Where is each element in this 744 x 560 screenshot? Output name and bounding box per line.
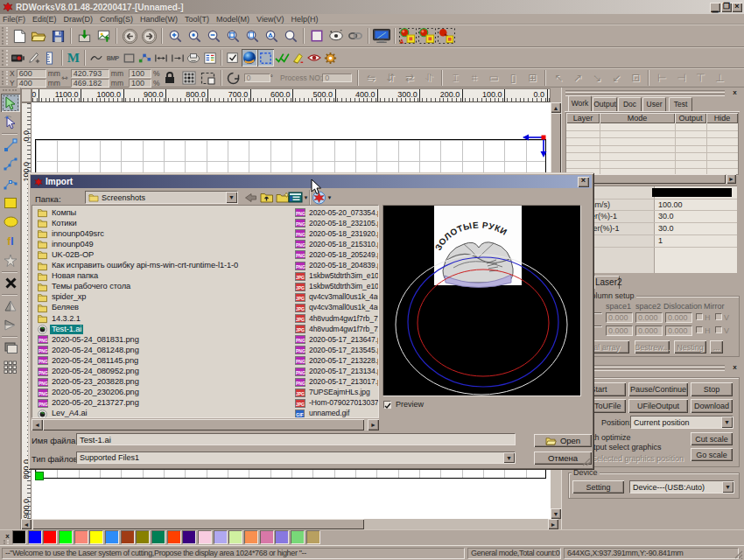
file-item[interactable]: PNG2020-05-24_081248.png	[38, 345, 141, 355]
file-item[interactable]: Lev_A4.ai	[38, 409, 88, 418]
edit-link-button[interactable]	[346, 26, 365, 46]
new-file-button[interactable]	[10, 26, 29, 46]
palette-color-12[interactable]	[182, 530, 196, 544]
pen-plus-button[interactable]	[26, 49, 43, 66]
view-dot-button[interactable]	[326, 26, 346, 46]
mirror-horizontal-button[interactable]	[1, 316, 20, 334]
close-button[interactable]: ×	[732, 3, 742, 12]
mirror-h-checkbox[interactable]	[696, 326, 703, 333]
param-value[interactable]: 30.0	[658, 212, 674, 220]
colsetup-input[interactable]: 0.000	[635, 326, 663, 336]
mirror-a-button[interactable]: ⇋	[361, 68, 381, 88]
colsetup-input[interactable]: 0.000	[606, 312, 633, 323]
text-draw-button[interactable]: fI	[1, 232, 20, 250]
width-set-button[interactable]	[153, 49, 170, 66]
menu-handle[interactable]: Handle(W)	[140, 15, 178, 24]
view-menu-button[interactable]: ▼	[291, 191, 305, 205]
mirror-c-button[interactable]: ⇄	[400, 68, 419, 88]
file-item[interactable]: JPG1skbw5tdtrth3im_e108	[295, 271, 379, 282]
file-item[interactable]: JPG7UPSEajmHLs.jpg	[295, 388, 372, 398]
menu-file[interactable]: File(F)	[3, 15, 25, 24]
ellipse-draw-button[interactable]	[1, 213, 20, 231]
file-list[interactable]: КомпыКотикиinnounp049srcinnounp049UK-02B…	[32, 205, 379, 418]
palette-color-5[interactable]	[74, 530, 88, 544]
menu-edit[interactable]: Edit(E)	[32, 15, 57, 24]
param-value[interactable]: 30.0	[658, 224, 674, 233]
preview-checkbox[interactable]	[383, 401, 391, 409]
rect-outline-button[interactable]	[121, 49, 137, 66]
tab-test[interactable]: Test	[669, 97, 692, 111]
back-arrow-button[interactable]	[243, 191, 258, 205]
mirror-b-button[interactable]: ⇵	[381, 68, 400, 88]
palette-color-13[interactable]	[198, 530, 212, 544]
colsetup-input[interactable]: 0.000	[635, 312, 663, 323]
align-bl-button[interactable]: ↙	[607, 68, 626, 88]
minimize-button[interactable]: ▁	[710, 3, 720, 12]
field[interactable]: 600	[17, 69, 46, 78]
layer-col-output[interactable]: Output	[675, 113, 706, 123]
same-height-button[interactable]: ▯	[503, 68, 523, 88]
preview-monitor-button[interactable]	[372, 26, 391, 46]
go-scale-button[interactable]: Go scale	[691, 448, 733, 461]
tab-work[interactable]: Work	[568, 95, 592, 112]
zoom-select-button[interactable]	[281, 26, 300, 46]
laser-output-button[interactable]	[186, 49, 202, 66]
array-simulate-b-button[interactable]	[418, 26, 437, 46]
filename-input[interactable]: Test-1.ai	[76, 433, 516, 445]
check-enable-button[interactable]	[225, 49, 242, 66]
mirror-vertical-button[interactable]	[1, 297, 20, 315]
align-tl-button[interactable]: ↖	[549, 68, 568, 88]
align-cc-button[interactable]: ⊡	[626, 68, 645, 88]
select-dashed-button[interactable]	[257, 49, 274, 66]
file-item[interactable]: PNG2020-05-23_203828.png	[38, 377, 141, 388]
align-tr-button[interactable]: ↗	[568, 68, 587, 88]
param-value[interactable]: 1	[658, 236, 663, 245]
file-item[interactable]: UK-02B-OP	[38, 249, 95, 260]
file-list-scrollbar[interactable]: ◄ ►	[32, 419, 379, 430]
tab-user[interactable]: User	[642, 97, 666, 111]
export-button[interactable]	[94, 26, 113, 46]
file-item[interactable]: Новая папка	[38, 271, 100, 282]
ruler-tool-button[interactable]	[42, 49, 59, 66]
palette-color-7[interactable]	[105, 530, 119, 544]
stop-button[interactable]: Stop	[691, 382, 733, 396]
file-item[interactable]: innounp049	[38, 239, 95, 249]
zoom-page-button[interactable]	[242, 26, 262, 46]
work-panel-close-icon[interactable]: x	[730, 363, 740, 373]
array-tool-button[interactable]	[1, 358, 20, 376]
zoom-in-button[interactable]	[165, 26, 185, 46]
anchor-grid-button[interactable]	[179, 68, 199, 88]
array-simulate-c-button[interactable]	[437, 26, 456, 46]
angle-field[interactable]: 0	[244, 74, 270, 82]
filetype-combo-arrow-icon[interactable]: ▼	[503, 452, 515, 463]
layer-col-layer[interactable]: Layer	[566, 113, 600, 123]
star-draw-button[interactable]	[1, 251, 20, 270]
file-item[interactable]: PNG2020-05-20_213727.png	[38, 398, 141, 409]
palette-color-2[interactable]	[28, 530, 42, 544]
open-button[interactable]: Open	[534, 434, 592, 447]
palette-color-14[interactable]	[214, 530, 228, 544]
list-scroll-thumb[interactable]	[43, 419, 364, 430]
layer-color-swatch[interactable]	[652, 188, 732, 197]
file-item[interactable]: PNG2020-05-17_213545.p	[295, 345, 379, 355]
field[interactable]: 469.182	[71, 79, 109, 88]
resize-grip-icon[interactable]	[734, 550, 743, 559]
menu-help[interactable]: Help(H)	[291, 15, 318, 24]
polyline-tool-button[interactable]	[1, 155, 20, 173]
rotate-button[interactable]	[225, 68, 244, 88]
menu-view[interactable]: View(V)	[256, 15, 284, 24]
ufileoutput-button[interactable]: UFileOutput	[628, 399, 688, 413]
file-item[interactable]: PNG2020-05-18_232105.p	[295, 218, 379, 228]
array-simulate-a-button[interactable]: A	[398, 26, 418, 46]
palette-color-17[interactable]	[260, 530, 274, 544]
file-item[interactable]: JPG4h8vudm4gw1f7rb_72	[295, 324, 379, 334]
zoom-all-button[interactable]	[262, 26, 281, 46]
align-br-button[interactable]: ↘	[587, 68, 607, 88]
file-item[interactable]: PNG2020-05-24_080952.png	[38, 367, 141, 377]
file-item[interactable]: GIFunnamed.gif	[295, 409, 351, 418]
file-item[interactable]: JPGqv4cv3mall0us1k_4a0	[295, 292, 379, 303]
rect-draw-button[interactable]	[1, 193, 20, 212]
zoom-point-button[interactable]	[185, 26, 204, 46]
process-no-field[interactable]: 0	[322, 74, 352, 82]
palette-color-6[interactable]	[89, 530, 103, 544]
